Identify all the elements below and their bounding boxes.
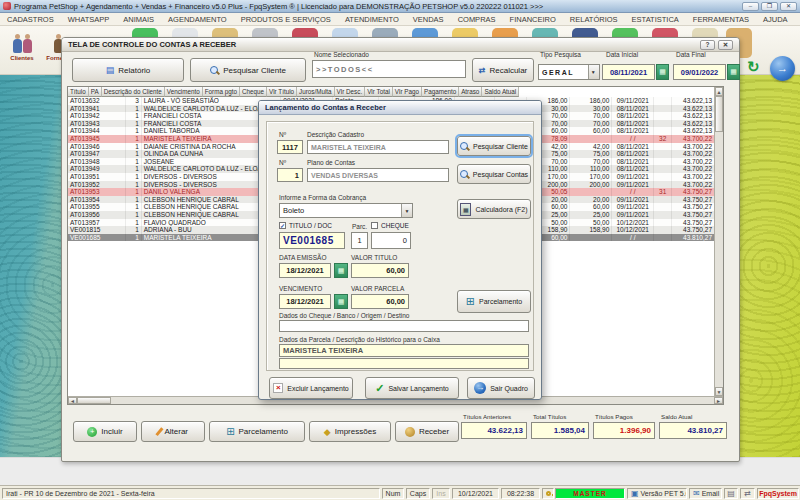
menu-item[interactable]: VENDAS — [406, 15, 451, 24]
menu-item[interactable]: PRODUTOS E SERVIÇOS — [234, 15, 338, 24]
menu-item-email[interactable]: ✉ E-MAIL — [795, 15, 800, 24]
status-email-button[interactable]: ✉ Email — [689, 488, 722, 499]
vscroll-thumb[interactable] — [715, 96, 723, 132]
dados-parcela-field[interactable]: MARISTELA TEIXEIRA — [279, 344, 529, 357]
hscroll-thumb[interactable] — [77, 397, 111, 404]
column-header[interactable]: Descrição do Cliente — [102, 87, 165, 97]
column-header[interactable]: Vlr Desc. — [335, 87, 366, 97]
titulo-doc-checkbox[interactable]: ✓ TITULO / DOC — [279, 222, 332, 229]
column-header[interactable]: Vlr Pago — [393, 87, 422, 97]
incluir-button[interactable]: + Incluir — [73, 421, 137, 442]
status-date: 10/12/2021 — [452, 488, 499, 499]
column-header[interactable]: Vlr Título — [267, 87, 297, 97]
menu-item[interactable]: AJUDA — [756, 15, 795, 24]
cell-vlr-pago: 30,00 — [570, 105, 612, 113]
cell-pa: 1 — [126, 219, 142, 227]
data-inicial-calendar-button[interactable]: ▦ — [656, 64, 669, 80]
nome-selecionado-input[interactable]: >>TODOS<< — [312, 60, 466, 78]
toolbar-clientes-button[interactable]: Clientes — [6, 28, 38, 61]
cheque-field[interactable]: 0 — [371, 232, 411, 249]
sair-quadro-button[interactable]: → Sair Quadro — [467, 377, 535, 399]
cell-saldo-atual: 43.622,13 — [672, 105, 714, 113]
close-button[interactable]: ✕ — [780, 2, 797, 11]
dialog-parcelamento-button[interactable]: ⊞ Parcelamento — [457, 290, 531, 313]
plano-numero-field[interactable]: 1 — [277, 168, 303, 182]
column-header[interactable]: Título — [68, 87, 89, 97]
column-header[interactable]: Pagamento — [422, 87, 459, 97]
column-header[interactable]: Vlr Total — [365, 87, 393, 97]
impressoes-button[interactable]: ◆ Impressões — [309, 421, 391, 442]
vertical-scrollbar[interactable]: ▲ ▼ — [714, 87, 723, 396]
parcelamento-button[interactable]: ⊞ Parcelamento — [209, 421, 305, 442]
tipo-pesquisa-select[interactable]: GERAL ▼ — [538, 64, 600, 80]
menu-item[interactable]: ESTATISTICA — [625, 15, 686, 24]
dados-cheque-field[interactable] — [279, 320, 529, 332]
titulo-doc-field[interactable]: VE001685 — [279, 232, 345, 249]
valor-titulo-field[interactable]: 60,00 — [351, 263, 409, 278]
chevron-down-icon: ▼ — [588, 65, 599, 79]
descricao-cadastro-label: Descrição Cadastro — [307, 131, 364, 138]
recalcular-button[interactable]: ⇄ Recalcular — [472, 58, 534, 82]
minimize-button[interactable]: – — [742, 2, 759, 11]
cell-pagamento: 09/11/2021 — [612, 211, 654, 219]
menu-item[interactable]: FERRAMENTAS — [686, 15, 756, 24]
column-header[interactable]: PA — [89, 87, 102, 97]
vencimento-field[interactable]: 18/12/2021 — [279, 294, 331, 309]
pesquisar-cliente-button[interactable]: Pesquisar Cliente — [190, 58, 306, 82]
scroll-left-icon[interactable]: ◄ — [68, 397, 77, 404]
relatorio-button[interactable]: ▤ Relatório — [72, 58, 184, 82]
data-emissao-field[interactable]: 18/12/2021 — [279, 263, 331, 278]
data-emissao-calendar-button[interactable]: ▦ — [334, 263, 348, 278]
dialog-pesquisar-contas-button[interactable]: Pesquisar Contas — [457, 164, 531, 184]
refresh-icon[interactable]: ↻ — [747, 57, 760, 77]
cell-pagamento: / / — [612, 234, 654, 242]
search-icon — [210, 66, 219, 75]
scroll-down-icon[interactable]: ▼ — [715, 387, 723, 396]
menu-item[interactable]: WHATSAPP — [61, 15, 117, 24]
maximize-button[interactable]: ❐ — [761, 2, 778, 11]
dialog-pesquisar-cliente-button[interactable]: Pesquisar Cliente — [457, 136, 531, 156]
vencimento-calendar-button[interactable]: ▦ — [334, 294, 348, 309]
scroll-right-icon[interactable]: ► — [714, 397, 723, 404]
column-header[interactable]: Cheque — [240, 87, 267, 97]
go-arrow-icon[interactable]: → — [770, 56, 795, 81]
valor-parcela-field[interactable]: 60,00 — [351, 294, 409, 309]
menu-item[interactable]: FINANCEIRO — [503, 15, 563, 24]
data-final-calendar-button[interactable]: ▦ — [727, 64, 740, 80]
menu-item[interactable]: AGENDAMENTO — [161, 15, 234, 24]
menu-item[interactable]: CADASTROS — [0, 15, 61, 24]
forma-cobranca-select[interactable]: Boleto ▼ — [279, 203, 413, 218]
window-close-button[interactable]: ✕ — [718, 40, 733, 50]
printer-status-icon[interactable]: ▤ — [724, 488, 738, 499]
cadastro-numero-field[interactable]: 1117 — [277, 140, 303, 154]
data-final-input[interactable]: 09/01/2022 — [673, 64, 726, 80]
network-status-icon[interactable]: ⇄ — [740, 488, 755, 499]
column-header[interactable]: Forma pgto — [203, 87, 240, 97]
menu-item[interactable]: RELATÓRIOS — [563, 15, 625, 24]
column-header[interactable]: Saldo Atual — [482, 87, 519, 97]
calculadora-button[interactable]: ▦ Calculadora (F2) — [457, 199, 531, 219]
salvar-lancamento-button[interactable]: ✓ Salvar Lançamento — [365, 377, 459, 399]
column-header[interactable]: Vencimento — [165, 87, 203, 97]
data-inicial-input[interactable]: 08/11/2021 — [602, 64, 655, 80]
alterar-button[interactable]: Alterar — [141, 421, 205, 442]
column-header[interactable]: Atraso — [459, 87, 482, 97]
descricao-cadastro-field[interactable]: MARISTELA TEIXEIRA — [307, 140, 449, 154]
cell-atraso: 32 — [654, 135, 672, 143]
menu-item[interactable]: ANIMAIS — [116, 15, 161, 24]
window-help-button[interactable]: ? — [700, 40, 715, 50]
excluir-lancamento-button[interactable]: × Excluir Lançamento — [269, 377, 353, 399]
scroll-up-icon[interactable]: ▲ — [715, 87, 723, 96]
cell-titulo: AT013945 — [68, 135, 126, 143]
dados-parcela-field-2[interactable] — [279, 358, 529, 369]
cell-atraso — [654, 165, 672, 173]
cell-pa: 3 — [126, 97, 142, 105]
menu-item[interactable]: ATENDIMENTO — [338, 15, 406, 24]
check-icon: ✓ — [375, 383, 384, 394]
menu-item[interactable]: COMPRAS — [451, 15, 503, 24]
plano-contas-field[interactable]: VENDAS DIVERSAS — [307, 168, 449, 182]
receber-button[interactable]: Receber — [395, 421, 459, 442]
cheque-checkbox[interactable]: CHEQUE — [371, 222, 409, 229]
parc-field[interactable]: 1 — [351, 232, 368, 249]
column-header[interactable]: Juros/Multa — [297, 87, 335, 97]
